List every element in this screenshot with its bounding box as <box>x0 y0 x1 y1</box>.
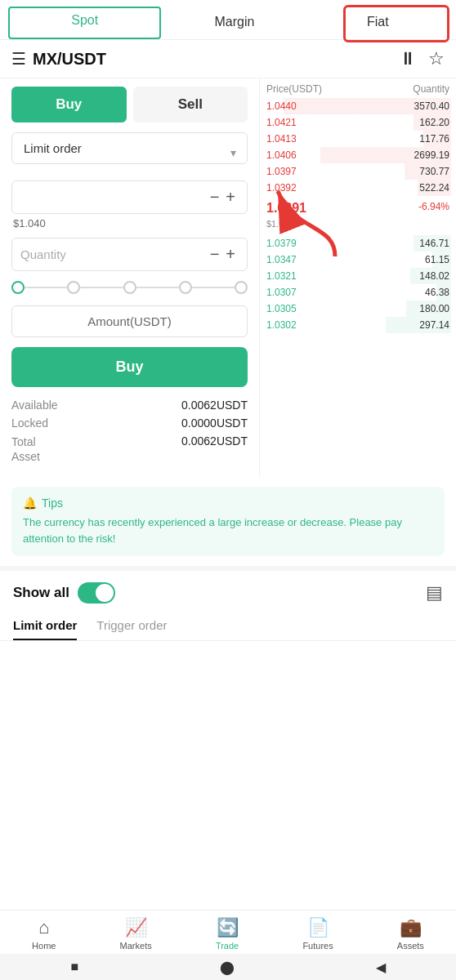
mid-price-row: 1.0391 -6.94% $1.040 <box>265 196 451 235</box>
slider-dot-75[interactable] <box>179 281 192 294</box>
tips-title: 🔔 Tips <box>23 497 433 510</box>
ob-sell-price: 1.0421 <box>266 117 297 128</box>
ob-buy-row[interactable]: 1.0321 148.02 <box>265 268 451 284</box>
header: ☰ MX/USDT ⏸ ☆ <box>0 40 456 78</box>
ob-buy-qty: 46.38 <box>425 287 449 298</box>
futures-icon: 📄 <box>307 917 329 938</box>
total-asset-label: TotalAsset <box>11 434 40 464</box>
ob-buy-price: 1.0379 <box>266 238 297 249</box>
tab-margin[interactable]: Margin <box>164 7 304 39</box>
hamburger-icon[interactable]: ☰ <box>11 49 26 69</box>
show-all-toggle[interactable] <box>78 582 115 604</box>
ob-col-qty: Quantity <box>413 83 449 95</box>
candlestick-icon[interactable]: ⏸ <box>399 48 417 69</box>
slider-line-1 <box>25 287 67 288</box>
locked-label: Locked <box>11 416 48 430</box>
available-value: 0.0062USDT <box>181 399 248 412</box>
ob-buy-row[interactable]: 1.0305 180.00 <box>265 301 451 317</box>
home-icon: ⌂ <box>38 917 49 938</box>
ob-buy-row[interactable]: 1.0379 146.71 <box>265 235 451 252</box>
ob-buy-row[interactable]: 1.0302 297.14 <box>265 317 451 333</box>
tips-box: 🔔 Tips The currency has recently experie… <box>11 487 445 556</box>
ob-sell-qty: 117.76 <box>419 133 449 145</box>
ob-sell-price: 1.0392 <box>266 182 297 194</box>
buy-sell-toggle: Buy Sell <box>11 87 248 122</box>
nav-trade[interactable]: 🔄 Trade <box>216 917 239 951</box>
nav-markets-label: Markets <box>120 941 152 951</box>
nav-assets[interactable]: 💼 Assets <box>397 917 424 951</box>
pair-title[interactable]: MX/USDT <box>33 50 106 69</box>
sell-orders: 1.0440 3570.40 1.0421 162.20 1.0413 117.… <box>265 98 451 196</box>
ob-sell-row[interactable]: 1.0421 162.20 <box>265 114 451 131</box>
tab-limit-order[interactable]: Limit order <box>13 618 77 640</box>
mid-price: 1.0391 <box>266 201 306 215</box>
price-hint: $1.040 <box>11 217 248 229</box>
main-content: Buy Sell Limit order 1.0392 − + $1.040 Q… <box>0 78 456 477</box>
ob-sell-qty: 2699.19 <box>414 149 449 161</box>
ob-sell-row[interactable]: 1.0392 522.24 <box>265 180 451 196</box>
sell-button[interactable]: Sell <box>133 87 248 122</box>
assets-icon: 💼 <box>400 917 422 938</box>
nav-markets[interactable]: 📈 Markets <box>120 917 152 951</box>
slider-line-2 <box>80 287 123 288</box>
ob-sell-price: 1.0440 <box>266 100 297 112</box>
ob-sell-qty: 730.77 <box>419 166 449 177</box>
ob-buy-qty: 148.02 <box>419 270 449 282</box>
ob-sell-price: 1.0397 <box>266 166 297 177</box>
ob-header: Price(USDT) Quantity <box>265 83 451 95</box>
ob-sell-price: 1.0413 <box>266 133 297 145</box>
ob-sell-row[interactable]: 1.0397 730.77 <box>265 163 451 180</box>
star-icon[interactable]: ☆ <box>428 48 445 69</box>
nav-futures-label: Futures <box>302 941 333 951</box>
price-increase-btn[interactable]: + <box>222 188 239 207</box>
sys-circle-btn[interactable]: ⬤ <box>220 960 235 975</box>
list-view-icon[interactable]: ▤ <box>426 582 443 604</box>
system-nav: ■ ⬤ ◀ <box>0 954 456 980</box>
tab-trigger-order[interactable]: Trigger order <box>96 618 167 640</box>
buy-button[interactable]: Buy <box>11 87 127 122</box>
total-asset-row: TotalAsset 0.0062USDT <box>11 434 248 464</box>
ob-buy-price: 1.0307 <box>266 287 297 298</box>
nav-home[interactable]: ⌂ Home <box>32 917 56 951</box>
ob-buy-price: 1.0347 <box>266 254 297 265</box>
tab-spot[interactable]: Spot <box>8 7 161 39</box>
order-type-select[interactable]: Limit order <box>11 132 248 164</box>
qty-increase-btn[interactable]: + <box>222 245 239 264</box>
price-input[interactable]: 1.0392 <box>20 190 207 205</box>
tab-fiat[interactable]: Fiat <box>308 7 448 39</box>
slider-dot-25[interactable] <box>67 281 80 294</box>
slider-line-4 <box>192 287 235 288</box>
slider-dot-0[interactable] <box>11 281 25 294</box>
order-type-wrapper: Limit order <box>11 132 248 172</box>
ob-buy-price: 1.0302 <box>266 319 297 331</box>
price-input-row: 1.0392 − + <box>11 180 248 214</box>
ob-buy-qty: 61.15 <box>425 254 449 265</box>
sys-square-btn[interactable]: ■ <box>70 960 78 974</box>
ob-sell-qty: 3570.40 <box>414 100 449 112</box>
ob-buy-price: 1.0305 <box>266 303 297 314</box>
available-label: Available <box>11 399 58 412</box>
ob-buy-row[interactable]: 1.0307 46.38 <box>265 284 451 301</box>
buy-orders: 1.0379 146.71 1.0347 61.15 1.0321 148.02… <box>265 235 451 333</box>
qty-decrease-btn[interactable]: − <box>207 245 223 264</box>
amount-usdt-button[interactable]: Amount(USDT) <box>11 305 248 337</box>
left-panel: Buy Sell Limit order 1.0392 − + $1.040 Q… <box>0 78 260 477</box>
quantity-input-row: Quantity − + <box>11 238 248 271</box>
submit-buy-button[interactable]: Buy <box>11 347 248 387</box>
show-all-left: Show all <box>13 582 115 604</box>
slider-dot-100[interactable] <box>235 281 248 294</box>
sys-back-btn[interactable]: ◀ <box>376 960 386 975</box>
price-decrease-btn[interactable]: − <box>207 188 223 207</box>
nav-futures[interactable]: 📄 Futures <box>302 917 333 951</box>
slider-dot-50[interactable] <box>123 281 136 294</box>
top-tabs: Spot Margin Fiat <box>0 0 456 40</box>
ob-sell-row[interactable]: 1.0413 117.76 <box>265 131 451 147</box>
ob-buy-row[interactable]: 1.0347 61.15 <box>265 252 451 268</box>
quantity-placeholder: Quantity <box>20 247 207 261</box>
ob-sell-price: 1.0406 <box>266 149 297 161</box>
percentage-slider[interactable] <box>11 281 248 294</box>
ob-sell-row[interactable]: 1.0440 3570.40 <box>265 98 451 114</box>
locked-value: 0.0000USDT <box>181 416 248 430</box>
ob-sell-row[interactable]: 1.0406 2699.19 <box>265 147 451 163</box>
ob-sell-qty: 522.24 <box>419 182 449 194</box>
